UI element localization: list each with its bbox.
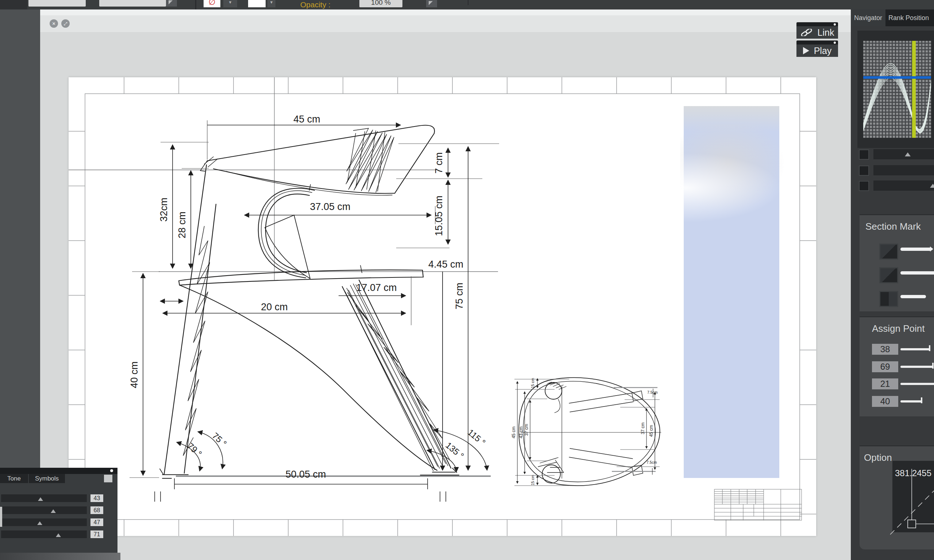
assign-point-value[interactable]: 40 [872, 396, 898, 407]
slider-thumb-icon[interactable] [51, 509, 56, 513]
panel-dot-icon [110, 469, 113, 472]
checkbox[interactable] [859, 166, 869, 176]
dim-leg-span: 20 cm [261, 302, 288, 312]
tone-slider-track[interactable] [1, 494, 87, 502]
tone-slider-value[interactable]: 68 [91, 506, 103, 514]
assign-point-value-text: 21 [880, 379, 890, 389]
dim-back-inner: 28 cm [177, 211, 188, 238]
dim-base-width: 50.05 cm [285, 469, 326, 480]
right-panel-tabs: Navigator Rank Position Void E [851, 9, 934, 26]
assign-point-row: 40 [860, 396, 934, 407]
checkbox[interactable] [859, 181, 869, 191]
assign-point-slider[interactable] [900, 383, 934, 385]
tone-slider-track[interactable] [1, 531, 87, 538]
tone-slider-value[interactable]: 43 [91, 494, 103, 502]
expand-icon: ⤢ [64, 21, 68, 26]
stroke-color-swatch[interactable] [248, 0, 266, 7]
tone-panel-header[interactable] [0, 468, 117, 474]
assign-point-value-text: 40 [880, 396, 890, 406]
section-mark-swatch[interactable] [879, 267, 898, 283]
expand-button[interactable]: ⤢ [61, 19, 70, 28]
chevron-down-icon: ▼ [228, 0, 233, 5]
assign-point-value[interactable]: 21 [872, 378, 898, 389]
slider-arrow-icon [930, 246, 933, 252]
tab-rank-position[interactable]: Rank Position [885, 9, 932, 26]
navigator-baseline[interactable] [863, 76, 931, 79]
fill-dropdown[interactable]: ▼ [223, 0, 237, 7]
tab-symbols[interactable]: Symbols [29, 474, 65, 483]
assign-point-slider[interactable] [900, 400, 921, 403]
navigator-slider-row [851, 165, 934, 176]
opacity-value: 100 % [371, 0, 391, 6]
assign-point-slider[interactable] [900, 366, 932, 368]
slider-track[interactable] [874, 165, 934, 175]
top-toolbar: ∅ ▼ ▼ Opacity : 100 % [0, 0, 934, 9]
slider-thumb-icon[interactable] [37, 522, 42, 525]
tab-tone[interactable]: Tone [0, 474, 28, 483]
section-mark-slider[interactable] [900, 248, 931, 251]
slider-thumb-icon[interactable] [56, 533, 61, 537]
canvas-window-titlebar: ✕ ⤢ [40, 15, 851, 32]
no-fill-swatch[interactable]: ∅ [203, 0, 220, 7]
link-button[interactable]: Link [797, 22, 838, 38]
tone-slider-value[interactable]: 71 [91, 531, 103, 538]
assign-point-value[interactable]: 38 [872, 344, 898, 355]
close-button[interactable]: ✕ [49, 19, 58, 28]
toolbar-field-1[interactable] [28, 0, 86, 6]
tone-slider-value[interactable]: 47 [91, 518, 103, 526]
checkbox[interactable] [859, 149, 869, 160]
tone-panel: Tone Symbols 43 68 47 71 [0, 468, 117, 553]
toolbar-divider [468, 0, 469, 5]
dim-back-lower: 15.05 cm [433, 195, 444, 236]
link-chain-icon [800, 29, 813, 36]
slider-track[interactable] [874, 180, 934, 191]
slider-thumb-icon[interactable] [905, 152, 911, 156]
play-button[interactable]: Play [797, 40, 838, 57]
airbrush-highlight [591, 153, 781, 222]
opacity-stepper-button[interactable] [426, 0, 437, 7]
slider-endcap [932, 363, 934, 369]
tone-slider-track[interactable] [1, 506, 87, 514]
navigator-preview[interactable] [857, 31, 934, 148]
navigator-slider-row [851, 180, 934, 191]
assign-point-row: 38 [860, 344, 934, 355]
section-mark-title: Section Mark [865, 221, 921, 232]
assign-point-value[interactable]: 69 [872, 361, 898, 372]
link-button-header [797, 22, 838, 26]
stroke-dropdown[interactable]: ▼ [267, 0, 276, 7]
tone-panel-side-tab[interactable] [0, 507, 2, 527]
slider-thumb-icon[interactable] [38, 497, 43, 501]
tab-tone-label: Tone [7, 475, 21, 482]
toolbar-corner-button[interactable] [166, 0, 177, 6]
section-mark-slider[interactable] [900, 271, 934, 275]
no-fill-icon: ∅ [208, 0, 215, 7]
play-button-header [797, 40, 838, 45]
section-mark-swatch[interactable] [879, 291, 898, 307]
section-mark-group: Section Mark [860, 214, 934, 311]
option-crosshair: 381.2455 [860, 446, 934, 549]
tv-arm-bottom: 7.5cm [646, 460, 657, 465]
panel-square-button[interactable] [104, 475, 113, 482]
opacity-value-field[interactable]: 100 % [359, 0, 402, 7]
opacity-label: Opacity : [300, 0, 331, 9]
dim-leg-offset: 17.07 cm [356, 282, 396, 293]
navigator-slider-row [851, 149, 934, 160]
slider-thumb-icon[interactable] [930, 184, 934, 188]
navigator-playhead[interactable] [912, 41, 916, 138]
dim-seat-depth: 37.05 cm [310, 201, 350, 212]
tv-seat-width: 37 cm [524, 424, 529, 436]
tv-knob-top: 15 cm [530, 378, 535, 388]
tab-navigator[interactable]: Navigator [851, 9, 885, 26]
link-dot-icon [834, 23, 836, 26]
toolbar-field-2[interactable] [99, 0, 166, 6]
section-mark-slider[interactable] [900, 295, 926, 298]
assign-point-slider[interactable] [900, 348, 929, 350]
tv-depth-inner: 37 cm [640, 423, 646, 435]
assign-point-title: Assign Point [872, 323, 925, 334]
section-mark-swatch[interactable] [879, 243, 898, 260]
assign-point-value-text: 69 [880, 362, 890, 372]
tone-slider-track[interactable] [1, 518, 87, 526]
slider-track[interactable] [874, 149, 934, 159]
origin-square [908, 520, 916, 528]
dim-seat-thickness: 4.45 cm [428, 259, 463, 270]
